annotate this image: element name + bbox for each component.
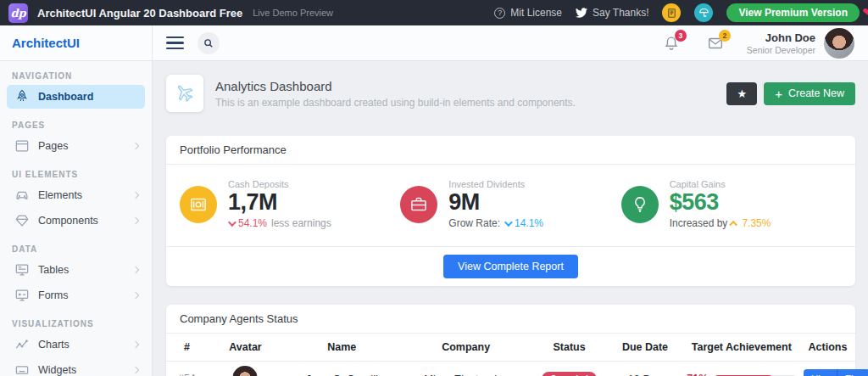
create-new-button[interactable]: + Create New <box>764 82 855 105</box>
notification-count-badge: 3 <box>675 30 687 42</box>
user-avatar[interactable] <box>824 28 854 59</box>
sidebar-item-components[interactable]: Components <box>7 209 145 233</box>
caret-up-icon <box>730 221 738 229</box>
diamond-icon <box>14 212 31 229</box>
sidebar-item-elements[interactable]: Elements <box>7 183 145 207</box>
stat-cash-deposits: Cash Deposits 1,7M 54.1% less earnings <box>180 179 400 229</box>
display-icon <box>14 261 31 278</box>
stat-value: 1,7M <box>228 189 331 216</box>
browser-icon <box>14 137 31 154</box>
stat-label: Cash Deposits <box>228 179 331 189</box>
agent-id: #54 <box>166 362 208 376</box>
car-icon <box>14 187 31 204</box>
rocket-icon <box>14 88 31 105</box>
page-title: Analytics Dashboard <box>215 79 576 93</box>
nav-heading-pages: PAGES <box>12 121 140 130</box>
target-percent: 71% <box>687 373 708 376</box>
docs-button[interactable] <box>662 3 681 22</box>
lightbulb-icon <box>621 186 659 223</box>
heart-icon: ❤ <box>862 5 868 19</box>
hamburger-menu-button[interactable] <box>166 36 184 50</box>
chevron-right-icon <box>132 267 139 273</box>
col-header-status: Status <box>531 334 607 362</box>
trend-value: 14.1% <box>515 217 543 229</box>
message-count-badge: 2 <box>719 30 731 42</box>
plus-icon: + <box>775 87 782 100</box>
chevron-right-icon <box>132 143 139 149</box>
chevron-right-icon <box>132 192 139 199</box>
sidebar-item-label: Components <box>38 215 98 227</box>
trend-caption: less earnings <box>271 217 331 229</box>
nav-heading-ui-elements: UI ELEMENTS <box>12 170 140 179</box>
stat-capital-gains: Capital Gains $563 Increased by 7.35% <box>621 179 842 229</box>
notifications-button[interactable]: 3 <box>662 34 681 53</box>
sidebar-item-widgets[interactable]: Widgets <box>7 358 145 376</box>
agent-name: Juan C. Cargill <box>283 362 400 376</box>
col-header-actions: Actions <box>800 334 855 362</box>
sidebar-item-tables[interactable]: Tables <box>7 258 145 282</box>
sidebar-item-label: Elements <box>38 189 82 201</box>
sidebar: ArchitectUI NAVIGATION Dashboard PAGES P… <box>0 25 153 376</box>
chevron-right-icon <box>132 367 139 373</box>
say-thanks-link[interactable]: Say Thanks! <box>576 7 648 19</box>
umbrella-icon <box>698 7 710 20</box>
sidebar-item-label: Charts <box>38 339 70 351</box>
sidebar-item-dashboard[interactable]: Dashboard <box>7 85 145 109</box>
caret-down-icon <box>228 218 236 227</box>
dp-logo[interactable]: dp <box>8 3 28 23</box>
favorite-button[interactable]: ★ <box>726 82 757 105</box>
sidebar-item-label: Forms <box>38 289 68 301</box>
agents-table: # Avatar Name Company Status Due Date Ta… <box>166 334 855 376</box>
messages-button[interactable]: 2 <box>706 34 725 53</box>
share-button[interactable] <box>694 3 713 22</box>
help-circle-icon: ? <box>494 8 505 19</box>
view-complete-report-button[interactable]: View Complete Report <box>443 255 578 278</box>
status-badge: Canceled <box>542 372 596 376</box>
chevron-right-icon <box>132 217 139 224</box>
brand-logo[interactable]: ArchitectUI <box>0 25 152 61</box>
document-icon <box>665 7 678 20</box>
view-premium-button[interactable]: View Premium Version <box>726 3 860 22</box>
stat-label: Capital Gains <box>670 179 771 189</box>
app-window: dp ArchitectUI Angular 20 Dashboard Free… <box>0 0 868 376</box>
sidebar-item-label: Dashboard <box>38 91 93 103</box>
app-header: 3 2 John Doe Senior Developer <box>153 25 868 61</box>
col-header-due-date: Due Date <box>607 334 682 362</box>
sidebar-item-forms[interactable]: Forms <box>7 283 145 307</box>
card-title: Company Agents Status <box>166 305 855 334</box>
col-header-id: # <box>166 334 208 362</box>
sidebar-item-charts[interactable]: Charts <box>7 333 145 356</box>
mit-license-link[interactable]: ? Mit License <box>494 7 562 19</box>
table-header-row: # Avatar Name Company Status Due Date Ta… <box>166 334 855 362</box>
nav-heading-visualizations: VISUALIZATIONS <box>12 319 140 328</box>
top-bar: dp ArchitectUI Angular 20 Dashboard Free… <box>0 0 868 25</box>
briefcase-icon <box>400 186 437 223</box>
agent-company: Micro Electronics <box>400 362 531 376</box>
col-header-target: Target Achievement <box>683 334 800 362</box>
search-button[interactable] <box>198 32 220 54</box>
say-thanks-label: Say Thanks! <box>593 7 648 19</box>
user-role: Senior Developer <box>747 45 815 55</box>
twitter-icon <box>576 7 587 19</box>
caret-down-icon <box>504 218 513 227</box>
sidebar-item-pages[interactable]: Pages <box>7 134 145 158</box>
trend-caption: Grow Rate: <box>448 217 500 229</box>
chevron-right-icon <box>132 341 139 348</box>
note-icon <box>14 287 31 304</box>
actions-button-group: Hire Fire <box>804 369 868 376</box>
trend-value: 7.35% <box>742 217 771 229</box>
hire-button[interactable]: Hire <box>804 369 837 376</box>
chevron-right-icon <box>132 292 139 299</box>
table-row: #54 Juan C. Cargill Micro Electronics Ca… <box>166 362 855 376</box>
mit-license-label: Mit License <box>510 7 562 19</box>
fire-button[interactable]: Fire <box>837 369 868 376</box>
agent-avatar[interactable] <box>232 366 258 376</box>
page-subtitle: This is an example dashboard created usi… <box>215 97 576 109</box>
agent-due-date: 12 Dec <box>607 362 682 376</box>
app-title: ArchitectUI Angular 20 Dashboard Free <box>37 7 242 20</box>
airplane-icon <box>168 76 201 109</box>
graph-icon <box>14 336 31 353</box>
cash-icon <box>180 186 217 223</box>
user-name: John Doe <box>747 31 815 44</box>
trend-value: 54.1% <box>238 217 267 229</box>
